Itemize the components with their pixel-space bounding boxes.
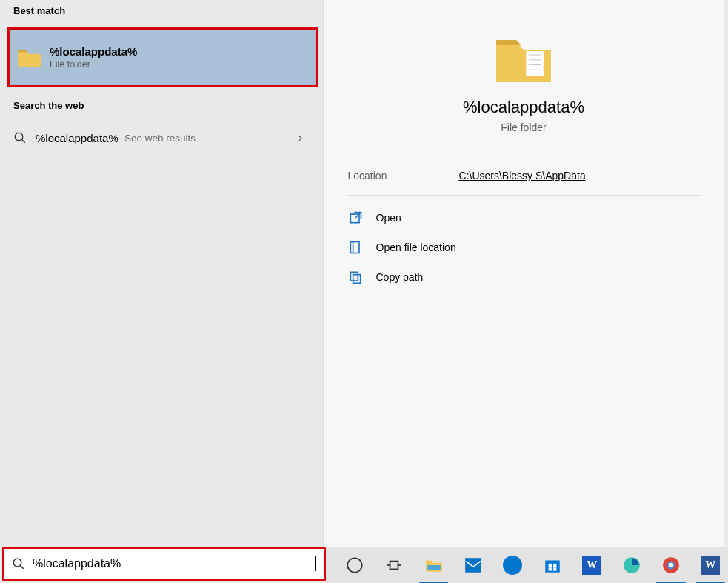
windows-search-panel: Best match %localappdata% File folder Se… — [0, 0, 728, 583]
word-doc-icon: W — [701, 556, 720, 575]
svg-point-27 — [669, 563, 674, 568]
svg-point-13 — [347, 558, 362, 573]
search-input[interactable] — [33, 557, 315, 570]
copy-path-action[interactable]: Copy path — [348, 262, 700, 292]
svg-rect-9 — [350, 272, 358, 281]
word-document-button[interactable]: W — [693, 550, 728, 580]
web-results-section: Search the web %localappdata% - See web … — [0, 95, 323, 156]
preview-subtitle: File folder — [501, 121, 546, 133]
divider — [348, 156, 700, 156]
search-results-column: Best match %localappdata% File folder Se… — [0, 0, 324, 547]
taskview-button[interactable] — [376, 550, 411, 580]
edge-icon — [622, 556, 641, 575]
search-icon — [13, 131, 27, 144]
edge-button[interactable] — [614, 550, 649, 580]
ms-store-icon — [543, 556, 562, 575]
svg-line-1 — [21, 139, 25, 143]
ms-word-icon: W — [582, 556, 601, 575]
windows-search-box[interactable] — [4, 549, 324, 579]
svg-rect-18 — [465, 558, 481, 573]
best-match-texts: %localappdata% File folder — [50, 45, 137, 70]
dell-app-button[interactable] — [495, 550, 530, 580]
chrome-icon — [661, 556, 681, 575]
best-match-title: %localappdata% — [50, 45, 137, 58]
taskbar: W W — [324, 547, 728, 583]
mail-icon — [464, 556, 483, 575]
svg-rect-19 — [545, 561, 560, 573]
open-location-icon — [348, 240, 363, 255]
web-result-title: %localappdata% — [36, 132, 118, 144]
svg-rect-8 — [350, 242, 359, 253]
dell-icon — [503, 556, 522, 575]
mail-button[interactable] — [455, 550, 490, 580]
svg-point-0 — [15, 133, 23, 141]
web-result-suffix: - See web results — [118, 133, 196, 144]
copy-path-icon — [348, 270, 363, 284]
location-row: Location C:\Users\Blessy S\AppData — [348, 170, 700, 181]
open-action-label: Open — [376, 212, 401, 224]
web-result-item[interactable]: %localappdata% - See web results › — [0, 119, 323, 156]
location-label: Location — [348, 170, 459, 181]
result-preview-panel: %localappdata% File folder Location C:\U… — [324, 0, 724, 547]
ms-store-button[interactable] — [535, 550, 570, 580]
open-location-label: Open file location — [376, 241, 456, 253]
svg-rect-21 — [553, 564, 556, 567]
chrome-button[interactable] — [653, 550, 688, 580]
open-action[interactable]: Open — [348, 203, 700, 233]
best-match-subtitle: File folder — [50, 59, 137, 70]
best-match-result[interactable]: %localappdata% File folder — [10, 30, 316, 85]
text-caret — [315, 556, 316, 571]
preview-header: %localappdata% File folder — [324, 0, 724, 133]
copy-path-label: Copy path — [376, 271, 424, 283]
preview-actions: Open Open file location Copy path — [348, 196, 700, 292]
svg-point-11 — [13, 559, 21, 567]
taskview-icon — [384, 556, 404, 575]
file-explorer-icon — [424, 556, 444, 575]
svg-rect-23 — [553, 567, 556, 570]
file-explorer-button[interactable] — [416, 550, 451, 580]
folder-icon — [17, 47, 42, 69]
svg-rect-20 — [548, 564, 551, 567]
web-results-header: Search the web — [0, 95, 323, 116]
folder-icon — [492, 28, 555, 90]
location-path-link[interactable]: C:\Users\Blessy S\AppData — [459, 170, 586, 181]
svg-rect-10 — [353, 275, 360, 284]
preview-title: %localappdata% — [463, 98, 584, 117]
best-match-header: Best match — [0, 0, 323, 21]
open-file-location-action[interactable]: Open file location — [348, 233, 700, 262]
svg-line-12 — [20, 565, 24, 569]
ms-word-button[interactable]: W — [574, 550, 609, 580]
chevron-right-icon: › — [298, 131, 310, 144]
search-icon — [12, 557, 25, 570]
svg-rect-22 — [548, 567, 551, 570]
open-icon — [348, 210, 363, 225]
cortana-button[interactable] — [337, 550, 372, 580]
cortana-icon — [345, 556, 364, 575]
svg-rect-17 — [427, 565, 440, 570]
svg-rect-14 — [390, 562, 398, 570]
